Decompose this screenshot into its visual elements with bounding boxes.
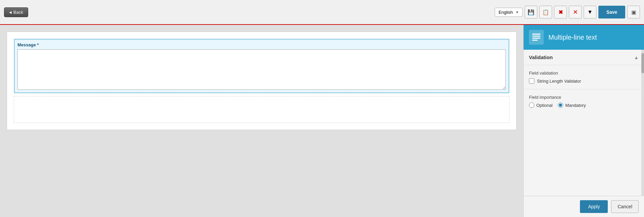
- clear-icon: ✖: [558, 9, 563, 15]
- string-length-label: String Length Validator: [537, 79, 581, 84]
- panel-body: Validation ▲ Field validation String Len…: [524, 50, 644, 196]
- canvas-area: Message *: [0, 25, 523, 217]
- message-field-textarea[interactable]: [17, 49, 506, 90]
- language-label: English: [498, 10, 513, 15]
- copy-icon-button[interactable]: 📋: [539, 6, 552, 18]
- message-field-inner[interactable]: Message *: [14, 39, 509, 93]
- svg-rect-1: [532, 36, 540, 37]
- optional-label: Optional: [536, 103, 552, 108]
- validation-title: Validation: [529, 54, 553, 60]
- collapse-icon: ▲: [634, 55, 639, 60]
- mandatory-label: Mandatory: [565, 103, 586, 108]
- mandatory-radio[interactable]: [558, 102, 563, 108]
- mandatory-option: Mandatory: [558, 102, 586, 108]
- validation-section: Validation ▲ Field validation String Len…: [524, 50, 644, 113]
- main-content: Message * Multiple-line text: [0, 25, 644, 217]
- layout-icon-button[interactable]: ▣: [627, 6, 640, 18]
- save-button[interactable]: Save: [598, 6, 625, 18]
- delete-icon-button[interactable]: ✕: [569, 6, 582, 18]
- field-importance-label: Field importance: [529, 95, 639, 100]
- validation-section-header[interactable]: Validation ▲: [524, 50, 644, 65]
- toolbar: Back English ▼ 💾 📋 ✖ ✕ ▼ Save ▣: [0, 0, 644, 25]
- form-canvas: Message *: [7, 32, 517, 130]
- string-length-row: String Length Validator: [529, 78, 639, 84]
- message-field-block: Message *: [14, 39, 509, 93]
- panel-icon: [529, 30, 544, 45]
- message-field-label: Message *: [17, 42, 506, 47]
- field-validation-label: Field validation: [529, 71, 639, 76]
- svg-rect-0: [532, 34, 540, 35]
- copy-icon: 📋: [542, 9, 549, 15]
- cancel-button[interactable]: Cancel: [611, 200, 639, 213]
- save-icon: 💾: [528, 9, 534, 15]
- dropdown-icon-button[interactable]: ▼: [584, 6, 596, 18]
- layout-icon: ▣: [631, 9, 636, 15]
- apply-button[interactable]: Apply: [580, 200, 608, 213]
- right-panel: Multiple-line text Validation ▲ Field va…: [523, 25, 644, 217]
- panel-scrollbar-thumb[interactable]: [641, 53, 644, 73]
- delete-icon: ✕: [573, 8, 578, 16]
- language-selector[interactable]: English ▼: [495, 8, 523, 17]
- field-validation-content: Field validation String Length Validator: [524, 65, 644, 89]
- svg-rect-3: [532, 40, 538, 41]
- toolbar-group: English ▼ 💾 📋 ✖ ✕ ▼ Save ▣: [495, 6, 640, 18]
- save-icon-button[interactable]: 💾: [525, 6, 537, 18]
- clear-icon-button[interactable]: ✖: [554, 6, 567, 18]
- optional-radio[interactable]: [529, 102, 534, 108]
- field-importance-content: Field importance Optional Mandatory: [524, 89, 644, 113]
- empty-block: [14, 96, 509, 123]
- language-arrow: ▼: [516, 10, 519, 14]
- back-button[interactable]: Back: [4, 7, 28, 17]
- panel-footer: Apply Cancel: [524, 196, 644, 217]
- panel-title: Multiple-line text: [548, 34, 597, 41]
- svg-rect-2: [532, 38, 540, 39]
- field-importance-radio-row: Optional Mandatory: [529, 102, 639, 108]
- string-length-checkbox[interactable]: [529, 78, 534, 84]
- panel-header: Multiple-line text: [524, 25, 644, 50]
- dropdown-icon: ▼: [587, 9, 593, 15]
- optional-option: Optional: [529, 102, 552, 108]
- panel-scrollbar: [641, 50, 644, 196]
